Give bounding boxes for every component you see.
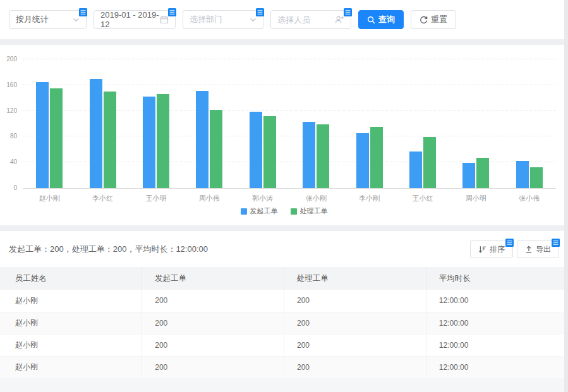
table-cell: 12:00:00: [426, 290, 568, 312]
table-cell: 200: [142, 334, 284, 356]
x-axis-category-label: 周小伟: [199, 194, 220, 203]
search-button[interactable]: 查询: [358, 10, 404, 29]
table-cell: 200: [142, 312, 284, 334]
chevron-down-icon: [73, 18, 80, 22]
table-cell: 200: [284, 334, 426, 356]
legend-swatch-icon: [291, 208, 297, 215]
search-button-label: 查询: [378, 14, 395, 25]
legend-label: 处理工单: [300, 206, 328, 216]
person-input[interactable]: [277, 15, 335, 25]
chevron-down-icon: [250, 18, 257, 22]
table-cell: 200: [142, 290, 284, 312]
legend-label: 发起工单: [250, 206, 278, 216]
bar-groups: 赵小刚李小红王小明周小伟郭小涛张小刚李小刚王小红周小明张小伟: [23, 59, 556, 188]
sort-button[interactable]: 排序: [470, 241, 513, 258]
bar-处理工单[interactable]: [104, 92, 116, 188]
bar-发起工单[interactable]: [250, 112, 262, 188]
table-cell: 200: [284, 312, 426, 334]
bar-处理工单[interactable]: [370, 127, 383, 188]
bar-group: 赵小刚: [36, 59, 63, 188]
x-axis-category-label: 王小明: [145, 194, 166, 203]
calendar-icon: [160, 15, 169, 24]
legend-item[interactable]: 发起工单: [241, 206, 278, 216]
bar-发起工单[interactable]: [143, 97, 155, 188]
bar-发起工单[interactable]: [196, 91, 208, 188]
bar-group: 周小明: [462, 59, 489, 188]
bar-发起工单[interactable]: [36, 82, 49, 188]
annotation-badge-icon: [256, 8, 264, 16]
table-header-row: 员工姓名发起工单处理工单平均时长: [0, 267, 568, 290]
annotation-badge-icon: [168, 8, 176, 16]
bar-发起工单[interactable]: [90, 79, 102, 188]
date-range-value: 2019-01 - 2019-12: [100, 10, 160, 29]
section-divider: [0, 39, 568, 45]
filter-toolbar: 按月统计 2019-01 - 2019-12 选择部门: [0, 0, 568, 39]
table-cell: 赵小刚: [0, 290, 142, 312]
x-axis-category-label: 郭小涛: [252, 194, 273, 203]
person-add-icon: [335, 15, 344, 24]
bar-处理工单[interactable]: [263, 116, 276, 188]
bar-发起工单[interactable]: [516, 161, 529, 188]
refresh-icon: [420, 16, 428, 24]
bar-处理工单[interactable]: [157, 94, 169, 188]
export-button[interactable]: 导出: [517, 241, 559, 258]
stat-mode-select[interactable]: 按月统计: [9, 10, 87, 29]
department-placeholder: 选择部门: [190, 14, 250, 25]
bar-发起工单[interactable]: [303, 122, 315, 188]
x-axis-category-label: 王小红: [412, 194, 433, 203]
bar-处理工单[interactable]: [317, 124, 329, 188]
bar-处理工单[interactable]: [423, 137, 436, 188]
x-axis-category-label: 周小明: [466, 194, 486, 203]
table-card: 发起工单：200，处理工单：200，平均时长：12:00:00 排序 导出: [0, 231, 568, 392]
legend-swatch-icon: [241, 208, 247, 215]
table-cell: 12:00:00: [426, 356, 568, 378]
bar-发起工单[interactable]: [356, 133, 369, 188]
table-footer: [0, 378, 568, 392]
scrollbar[interactable]: [564, 0, 568, 392]
table-cell: 200: [142, 356, 284, 378]
bar-处理工单[interactable]: [476, 158, 489, 188]
table-cell: 200: [284, 290, 426, 312]
bar-group: 郭小涛: [250, 59, 276, 188]
legend-item[interactable]: 处理工单: [291, 206, 328, 216]
person-field: [270, 10, 351, 29]
x-axis-category-label: 赵小刚: [39, 194, 60, 203]
annotation-badge-icon: [79, 8, 87, 16]
chart-plot: 04080120160200赵小刚李小红王小明周小伟郭小涛张小刚李小刚王小红周小…: [23, 59, 556, 189]
x-axis-category-label: 张小伟: [519, 194, 540, 203]
table-body: 赵小刚20020012:00:00赵小刚20020012:00:00赵小刚200…: [0, 290, 568, 378]
reset-button-label: 重置: [431, 14, 447, 25]
bar-group: 周小伟: [196, 59, 222, 188]
bar-group: 李小刚: [356, 59, 383, 188]
export-button-label: 导出: [536, 244, 551, 255]
column-header: 平均时长: [426, 267, 568, 290]
table-row[interactable]: 赵小刚20020012:00:00: [0, 290, 568, 312]
bar-处理工单[interactable]: [50, 88, 63, 188]
department-select[interactable]: 选择部门: [183, 10, 263, 29]
table-cell: 12:00:00: [426, 312, 568, 334]
reset-button[interactable]: 重置: [411, 10, 456, 29]
bar-group: 王小明: [143, 59, 169, 188]
table-cell: 200: [284, 356, 426, 378]
column-header: 员工姓名: [0, 267, 142, 290]
bar-处理工单[interactable]: [530, 167, 543, 188]
table-row[interactable]: 赵小刚20020012:00:00: [0, 356, 568, 378]
table-cell: 赵小刚: [0, 356, 142, 378]
x-axis-category-label: 张小刚: [306, 194, 327, 203]
y-axis-tick-label: 160: [6, 82, 17, 88]
table-toolbar: 发起工单：200，处理工单：200，平均时长：12:00:00 排序 导出: [0, 231, 568, 267]
date-range-input[interactable]: 2019-01 - 2019-12: [94, 10, 176, 29]
table-row[interactable]: 赵小刚20020012:00:00: [0, 334, 568, 356]
bar-处理工单[interactable]: [210, 110, 222, 188]
annotation-badge-icon: [552, 239, 560, 247]
chart-card: 04080120160200赵小刚李小红王小明周小伟郭小涛张小刚李小刚王小红周小…: [0, 45, 568, 225]
column-header: 发起工单: [142, 267, 284, 290]
table-row[interactable]: 赵小刚20020012:00:00: [0, 312, 568, 334]
table-cell: 12:00:00: [426, 334, 568, 356]
chart-legend: 发起工单处理工单: [0, 206, 568, 216]
bar-group: 李小红: [90, 59, 116, 188]
bar-发起工单[interactable]: [409, 151, 422, 188]
work-order-table: 员工姓名发起工单处理工单平均时长 赵小刚20020012:00:00赵小刚200…: [0, 267, 568, 379]
bar-发起工单[interactable]: [462, 163, 475, 188]
table-cell: 赵小刚: [0, 312, 142, 334]
